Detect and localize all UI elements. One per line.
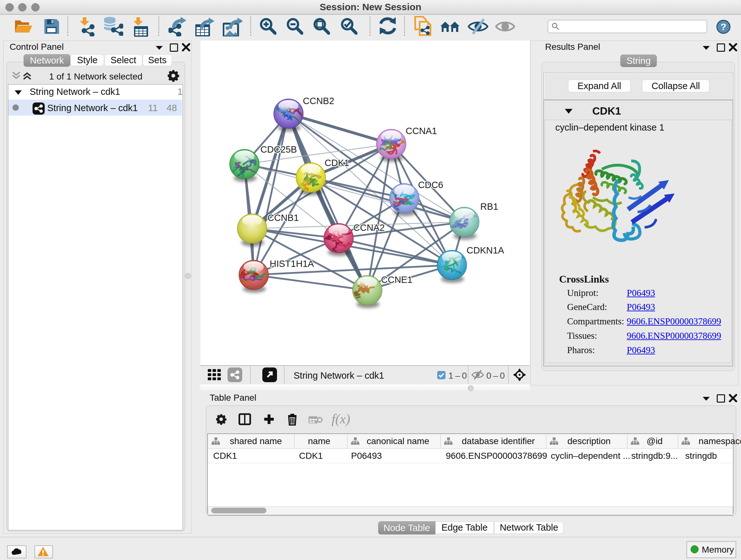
svg-text:CCNB2: CCNB2 bbox=[303, 96, 334, 106]
svg-text:CCNA1: CCNA1 bbox=[406, 126, 437, 136]
svg-text:CCNB1: CCNB1 bbox=[267, 212, 299, 223]
svg-text:CDC6: CDC6 bbox=[418, 180, 443, 190]
svg-text:CDC25B: CDC25B bbox=[260, 144, 297, 154]
svg-text:CDKN1A: CDKN1A bbox=[467, 245, 504, 255]
svg-text:RB1: RB1 bbox=[480, 201, 498, 212]
svg-text:HIST1H1A: HIST1H1A bbox=[270, 259, 314, 269]
svg-text:CCNE1: CCNE1 bbox=[381, 274, 412, 285]
svg-text:CCNA2: CCNA2 bbox=[353, 223, 385, 233]
svg-text:CDK1: CDK1 bbox=[325, 158, 349, 168]
